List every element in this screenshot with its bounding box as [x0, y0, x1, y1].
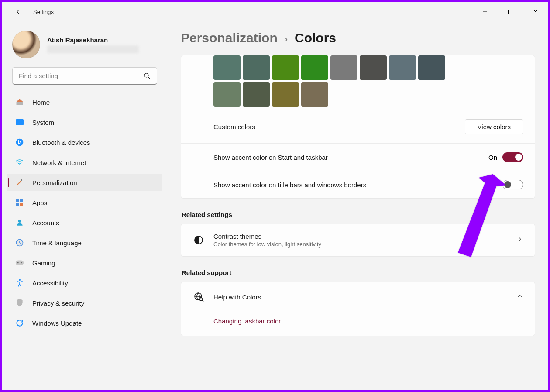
help-link-row: Changing taskbar color [181, 312, 535, 336]
accent-title-toggle[interactable] [502, 180, 523, 189]
shield-icon [15, 298, 24, 308]
breadcrumb-parent[interactable]: Personalization [181, 31, 278, 45]
avatar [12, 31, 40, 58]
user-block[interactable]: Atish Rajasekharan [2, 25, 168, 67]
accent-title-row: Show accent color on title bars and wind… [181, 171, 535, 198]
nav-item-accounts[interactable]: Accounts [7, 214, 162, 231]
svg-rect-1 [509, 10, 512, 14]
close-button[interactable] [523, 2, 548, 22]
view-colors-button[interactable]: View colors [465, 119, 523, 134]
color-swatch[interactable] [272, 55, 299, 80]
nav-label: Apps [32, 199, 47, 206]
search-input[interactable] [12, 67, 157, 85]
maximize-button[interactable] [498, 2, 523, 22]
nav-label: Personalization [32, 179, 77, 186]
nav-item-home[interactable]: Home [7, 93, 162, 111]
accent-start-label: Show accent color on Start and taskbar [213, 154, 328, 161]
svg-point-7 [16, 139, 24, 146]
accessibility-icon [15, 278, 24, 288]
titlebar: Settings [2, 2, 548, 22]
color-swatch[interactable] [243, 55, 270, 80]
svg-line-5 [148, 77, 150, 79]
nav-label: Home [32, 99, 50, 106]
svg-rect-11 [20, 199, 23, 202]
sidebar: Atish Rajasekharan Home System Bluetooth… [2, 22, 168, 390]
minimize-button[interactable] [472, 2, 498, 22]
related-support-card: Help with Colors Changing taskbar color [181, 282, 535, 336]
nav-item-system[interactable]: System [7, 113, 162, 131]
paintbrush-icon [15, 178, 24, 187]
apps-icon [15, 198, 24, 207]
nav-item-gaming[interactable]: Gaming [7, 254, 162, 272]
contrast-sub: Color themes for low vision, light sensi… [213, 241, 508, 248]
nav-item-bluetooth[interactable]: Bluetooth & devices [7, 134, 162, 151]
color-swatch[interactable] [360, 55, 387, 80]
globe-search-icon [192, 291, 205, 303]
nav-item-time[interactable]: Time & language [7, 234, 162, 251]
svg-rect-10 [16, 199, 19, 202]
app-title: Settings [33, 9, 54, 15]
accent-title-label: Show accent color on title bars and wind… [213, 181, 366, 189]
page-title: Colors [295, 31, 336, 45]
svg-rect-16 [16, 261, 24, 265]
nav-item-personalization[interactable]: Personalization [7, 174, 162, 191]
help-colors-row[interactable]: Help with Colors [181, 282, 535, 312]
color-swatch[interactable] [301, 82, 328, 107]
color-swatch[interactable] [213, 82, 241, 107]
nav-item-privacy[interactable]: Privacy & security [7, 294, 162, 312]
svg-point-18 [21, 262, 22, 264]
color-swatch[interactable] [389, 55, 416, 80]
nav: Home System Bluetooth & devices Network … [2, 93, 168, 332]
svg-line-23 [202, 300, 203, 302]
color-swatch[interactable] [243, 82, 270, 107]
nav-label: Privacy & security [32, 299, 84, 307]
nav-label: Windows Update [32, 320, 82, 327]
swatch-grid [181, 55, 452, 110]
accent-start-row: Show accent color on Start and taskbar O… [181, 143, 535, 171]
contrast-title: Contrast themes [213, 233, 508, 240]
clock-icon [15, 238, 24, 248]
changing-taskbar-link[interactable]: Changing taskbar color [213, 317, 281, 325]
main: Personalization › Colors Custom colors V… [168, 22, 548, 390]
color-swatch[interactable] [330, 55, 358, 80]
toggle-state-label: On [488, 154, 497, 161]
related-settings-heading: Related settings [182, 211, 535, 218]
home-icon [15, 97, 24, 107]
nav-label: Bluetooth & devices [32, 139, 90, 146]
color-swatch[interactable] [272, 82, 299, 107]
svg-rect-13 [20, 203, 23, 206]
svg-rect-6 [16, 119, 24, 125]
gamepad-icon [15, 258, 24, 268]
related-settings-card: Contrast themes Color themes for low vis… [181, 224, 535, 257]
window-controls [472, 2, 548, 22]
accent-start-toggle[interactable] [502, 152, 523, 162]
nav-label: Time & language [32, 239, 82, 247]
color-swatch[interactable] [301, 55, 328, 80]
contrast-themes-row[interactable]: Contrast themes Color themes for low vis… [181, 224, 535, 256]
custom-colors-row: Custom colors View colors [181, 110, 535, 143]
bluetooth-icon [15, 138, 24, 147]
nav-label: System [32, 119, 54, 126]
nav-item-network[interactable]: Network & internet [7, 154, 162, 171]
nav-label: Accounts [32, 219, 59, 227]
svg-point-17 [17, 262, 19, 264]
update-icon [15, 318, 24, 328]
chevron-right-icon [516, 236, 523, 244]
nav-item-update[interactable]: Windows Update [7, 314, 162, 332]
color-swatch[interactable] [213, 55, 241, 80]
wifi-icon [15, 158, 24, 167]
person-icon [15, 218, 24, 227]
nav-item-accessibility[interactable]: Accessibility [7, 274, 162, 292]
contrast-icon [192, 234, 205, 246]
search-wrap [12, 67, 157, 85]
svg-point-19 [19, 279, 21, 281]
svg-rect-12 [16, 203, 19, 206]
chevron-right-icon: › [285, 34, 288, 45]
related-support-heading: Related support [182, 269, 535, 276]
help-colors-title: Help with Colors [213, 293, 508, 301]
back-button[interactable] [14, 7, 23, 16]
color-swatch[interactable] [418, 55, 445, 80]
nav-item-apps[interactable]: Apps [7, 194, 162, 211]
search-icon [143, 72, 151, 82]
nav-label: Network & internet [32, 159, 86, 166]
